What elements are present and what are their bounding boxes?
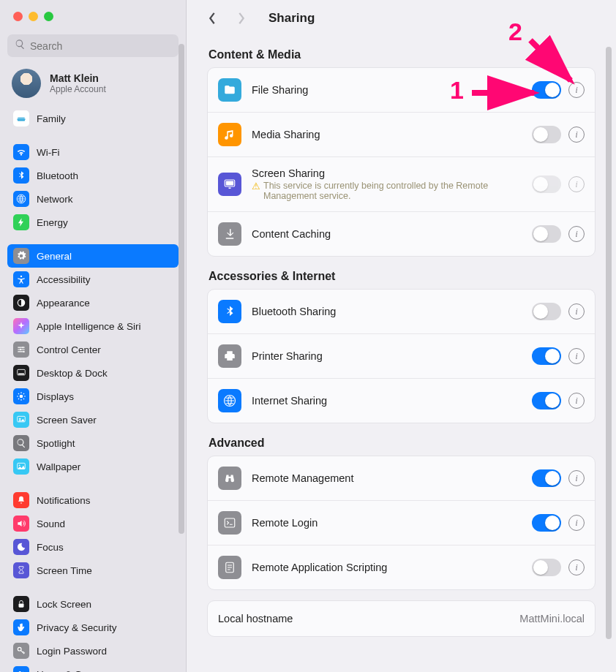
hostname-card: Local hostname MattMini.local [207,600,596,637]
info-button[interactable]: i [568,82,585,98]
info-button[interactable]: i [568,559,585,575]
music-icon [218,123,241,146]
sidebar-item-control-center[interactable]: Control Center [7,338,179,361]
globe-icon [218,389,241,412]
apple-account-row[interactable]: Matt Klein Apple Account [0,64,186,104]
sidebar-item-label: Bluetooth [37,170,78,181]
sidebar-item-label: Family [37,113,66,124]
sidebar-item-label: Accessibility [37,274,91,285]
sidebar-item-desktop-dock[interactable]: Desktop & Dock [7,361,179,385]
toggle-remote-management[interactable] [532,469,561,487]
sidebar-item-focus[interactable]: Focus [7,535,179,559]
setting-row-label: Internet Sharing [252,395,532,407]
setting-row-label: Content Caching [252,228,532,240]
globe-icon [13,191,29,207]
sidebar-item-label: Control Center [37,344,101,355]
toggle-internet-sharing[interactable] [532,392,561,409]
svg-rect-17 [226,181,234,186]
sidebar-item-users-groups[interactable]: Users & Groups [7,662,179,672]
minimize-window-button[interactable] [29,12,38,21]
svg-point-7 [20,395,23,399]
toggle-bluetooth-sharing[interactable] [532,303,561,320]
sidebar-item-label: Displays [37,391,74,402]
sidebar-item-login-password[interactable]: Login Password [7,639,179,662]
close-window-button[interactable] [13,12,23,21]
svg-point-9 [19,418,20,420]
bell-icon [13,492,29,508]
search-icon [15,39,30,53]
terminal-icon [218,511,241,535]
sidebar-item-energy[interactable]: Energy [7,211,179,234]
info-button[interactable]: i [568,348,585,364]
toggle-media-sharing[interactable] [532,126,561,143]
toggle-screen-sharing [532,175,561,193]
sidebar-item-apple-intelligence-siri[interactable]: Apple Intelligence & Siri [7,314,179,338]
sidebar-item-wallpaper[interactable]: Wallpaper [7,455,179,478]
search-icon [13,435,29,451]
sidebar-item-sound[interactable]: Sound [7,512,179,535]
setting-row-printer-sharing: Printer Sharing i [208,334,595,379]
hand-icon [13,619,29,635]
svg-point-2 [22,347,23,348]
sidebar-item-general[interactable]: General [7,244,179,268]
setting-row-label: Remote Login [252,517,532,529]
info-button[interactable]: i [568,303,585,320]
setting-row-screen-sharing: Screen Sharing⚠This service is currently… [208,157,595,212]
search-field[interactable] [7,34,179,57]
info-button[interactable]: i [568,470,585,486]
search-input[interactable] [30,40,171,52]
sidebar-item-lock-screen[interactable]: Lock Screen [7,592,179,616]
back-button[interactable] [204,10,220,26]
toggle-printer-sharing[interactable] [532,347,561,365]
sidebar-item-label: Desktop & Dock [37,368,108,379]
info-button: i [568,176,585,192]
fullscreen-window-button[interactable] [44,12,53,21]
setting-row-content-caching: Content Caching i [208,212,595,256]
sidebar-item-bluetooth[interactable]: Bluetooth [7,164,179,187]
gear-icon [13,248,29,264]
info-button[interactable]: i [568,393,585,409]
sidebar-item-label: Focus [37,542,64,553]
sidebar-item-privacy-security[interactable]: Privacy & Security [7,616,179,639]
sidebar-item-label: Screen Saver [37,415,97,426]
info-button[interactable]: i [568,226,585,242]
toggle-remote-application-scripting[interactable] [532,559,561,576]
sidebar-item-spotlight[interactable]: Spotlight [7,431,179,455]
setting-row-label: File Sharing [252,84,532,96]
info-button[interactable]: i [568,515,585,531]
toggle-content-caching[interactable] [532,225,561,243]
dock-icon [13,365,29,381]
content-scrollbar[interactable] [606,47,612,639]
sidebar-item-label: General [37,251,72,262]
forward-button[interactable] [233,10,249,26]
content-pane: Sharing Content & Media File Sharing i M… [187,0,616,672]
sidebar-item-notifications[interactable]: Notifications [7,488,179,512]
screen-icon [218,173,241,196]
sidebar-item-screen-time[interactable]: Screen Time [7,559,179,582]
sidebar-item-label: Sound [37,518,65,529]
sidebar-item-label: Privacy & Security [37,622,117,633]
sidebar-item-wi-fi[interactable]: Wi-Fi [7,140,179,164]
sidebar-scrollbar[interactable] [179,44,184,534]
svg-rect-18 [225,518,235,527]
sidebar-item-screen-saver[interactable]: Screen Saver [7,408,179,431]
setting-row-label: Media Sharing [252,129,532,140]
info-button[interactable]: i [568,127,585,143]
sidebar-item-accessibility[interactable]: Accessibility [7,268,179,291]
toggle-file-sharing[interactable] [532,81,561,99]
sidebar-item-label: Wi-Fi [37,147,59,158]
toggle-remote-login[interactable] [532,514,561,532]
sidebar-item-appearance[interactable]: Appearance [7,291,179,314]
sidebar-item-label: Users & Groups [37,669,107,673]
setting-row-bluetooth-sharing: Bluetooth Sharing i [208,290,595,334]
sidebar-item-network[interactable]: Network [7,187,179,211]
hostname-row[interactable]: Local hostname MattMini.local [208,601,595,636]
setting-row-remote-management: Remote Management i [208,456,595,501]
sidebar-item-label: Screen Time [37,565,92,576]
svg-point-0 [20,276,22,277]
window-controls [0,0,186,30]
sidebar-item-displays[interactable]: Displays [7,385,179,408]
setting-row-label: Remote Application Scripting [252,562,532,573]
section-header-content-media: Content & Media [209,48,596,61]
sidebar-item-family[interactable]: Family [7,107,179,130]
